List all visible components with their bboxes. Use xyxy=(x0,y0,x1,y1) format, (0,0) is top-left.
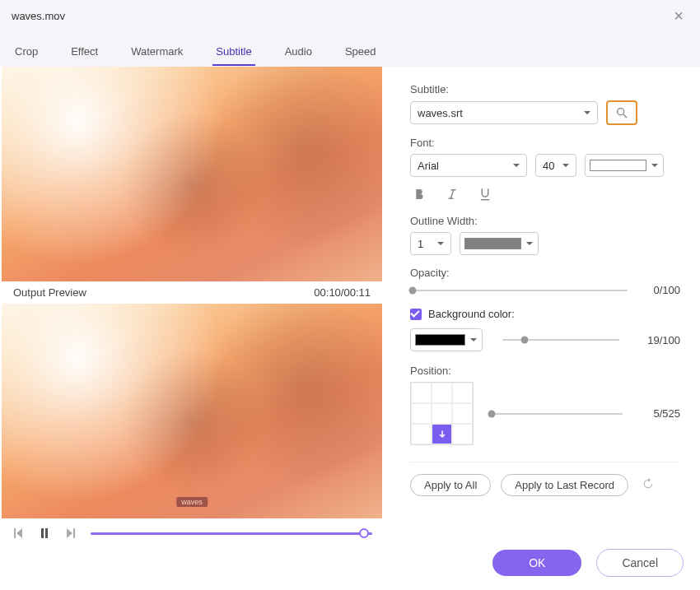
tabs: Crop Effect Watermark Subtitle Audio Spe… xyxy=(0,32,700,67)
font-family-select[interactable]: Arial xyxy=(410,154,527,177)
font-size-select[interactable]: 40 xyxy=(535,154,576,177)
background-color-checkbox[interactable] xyxy=(410,309,422,320)
browse-subtitle-button[interactable] xyxy=(606,100,637,125)
italic-icon[interactable] xyxy=(443,185,461,203)
background-color-select[interactable] xyxy=(410,328,483,351)
ok-button[interactable]: OK xyxy=(492,550,581,576)
opacity-value: 0/100 xyxy=(639,284,680,296)
cancel-button[interactable]: Cancel xyxy=(596,549,684,577)
outline-color-select[interactable] xyxy=(460,232,539,255)
underline-icon[interactable] xyxy=(476,185,494,203)
outline-width-select[interactable]: 1 xyxy=(410,232,451,255)
tab-effect[interactable]: Effect xyxy=(68,39,101,66)
opacity-slider[interactable] xyxy=(410,290,628,291)
svg-point-0 xyxy=(618,109,624,115)
background-opacity-value: 19/100 xyxy=(639,334,680,346)
bold-icon[interactable] xyxy=(410,185,428,203)
reset-icon[interactable] xyxy=(642,477,655,493)
pos-top-left[interactable] xyxy=(411,383,432,403)
font-color-select[interactable] xyxy=(585,154,664,177)
opacity-label: Opacity: xyxy=(410,267,680,279)
position-slider[interactable] xyxy=(490,413,623,415)
font-label: Font: xyxy=(410,137,680,149)
pos-top-right[interactable] xyxy=(452,383,473,403)
window-title: waves.mov xyxy=(12,10,65,22)
pos-bot-left[interactable] xyxy=(411,424,432,444)
subtitle-label: Subtitle: xyxy=(410,83,680,95)
position-value: 5/525 xyxy=(639,407,680,420)
pos-mid-left[interactable] xyxy=(411,403,432,424)
close-icon[interactable]: × xyxy=(669,7,688,26)
tab-crop[interactable]: Crop xyxy=(12,39,41,66)
pos-mid-center[interactable] xyxy=(432,403,452,424)
position-label: Position: xyxy=(410,365,680,377)
source-preview xyxy=(2,67,382,281)
outline-label: Outline Width: xyxy=(410,215,680,227)
svg-line-1 xyxy=(623,114,627,118)
output-preview: waves xyxy=(2,304,382,518)
playback-slider[interactable] xyxy=(91,532,372,535)
subtitle-overlay: waves xyxy=(176,497,208,507)
tab-subtitle[interactable]: Subtitle xyxy=(212,39,254,66)
separator xyxy=(410,462,680,462)
preview-label-row: Output Preview 00:10/00:11 xyxy=(0,281,384,304)
apply-to-last-record-button[interactable]: Apply to Last Record xyxy=(501,474,628,496)
pos-mid-right[interactable] xyxy=(452,403,473,424)
pos-bot-right[interactable] xyxy=(452,424,473,444)
subtitle-file-select[interactable]: waves.srt xyxy=(410,101,598,124)
tab-speed[interactable]: Speed xyxy=(342,39,380,66)
output-preview-label: Output Preview xyxy=(13,286,86,299)
tab-watermark[interactable]: Watermark xyxy=(128,39,186,66)
apply-to-all-button[interactable]: Apply to All xyxy=(410,474,491,496)
tab-audio[interactable]: Audio xyxy=(282,39,315,66)
pos-top-center[interactable] xyxy=(432,383,452,403)
background-color-label: Background color: xyxy=(428,308,515,320)
preview-time: 00:10/00:11 xyxy=(314,286,371,299)
position-grid xyxy=(410,382,474,445)
pos-bot-center[interactable] xyxy=(432,424,452,444)
background-opacity-slider[interactable] xyxy=(502,339,619,341)
